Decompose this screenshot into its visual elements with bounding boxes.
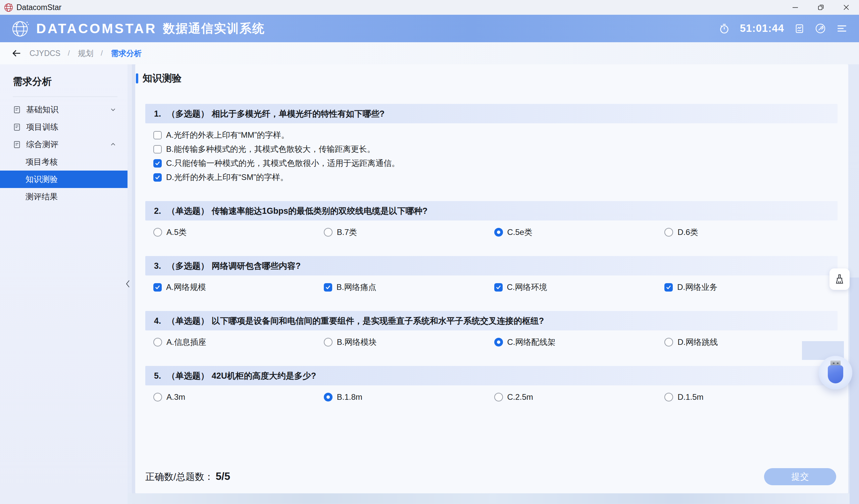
question-block: 1.（多选题）相比于多模光纤，单模光纤的特性有如下哪些?A.光纤的外表上印有“M… — [135, 104, 848, 184]
question-type: （单选题） — [167, 315, 209, 326]
submit-button[interactable]: 提交 — [764, 468, 836, 485]
question-num: 2. — [154, 206, 161, 216]
radio-unselected-icon[interactable] — [664, 338, 673, 347]
sidebar-subitem-knowledge-test[interactable]: 知识测验 — [0, 171, 127, 188]
app-globe-icon — [3, 2, 14, 13]
quiz-footer: 正确数/总题数： 5/5 提交 — [145, 468, 836, 485]
menu-list-icon[interactable] — [836, 23, 848, 34]
sidebar-collapse-handle[interactable] — [123, 278, 132, 289]
sidebar-item-basic-knowledge[interactable]: 基础知识 — [0, 101, 127, 118]
question-text: 传输速率能达1Gbps的最低类别的双绞线电缆是以下哪种? — [212, 205, 427, 217]
document-icon — [13, 140, 21, 149]
question-num: 4. — [154, 316, 161, 326]
close-button[interactable] — [833, 0, 859, 15]
option-label: D.网络业务 — [677, 282, 718, 293]
option-label: A.5类 — [166, 227, 186, 238]
option-group: A.3mB.1.8mC.2.5mD.1.5m — [135, 390, 848, 404]
divider — [13, 96, 118, 97]
option-label: C.网络配线架 — [507, 337, 556, 347]
checkbox-checked-icon[interactable] — [153, 173, 162, 182]
sidebar-item-label: 基础知识 — [26, 104, 58, 115]
radio-unselected-icon[interactable] — [664, 393, 673, 401]
checkbox-unchecked-icon[interactable] — [153, 145, 162, 154]
option-radio[interactable]: C.2.5m — [494, 392, 665, 402]
sidebar-subitem-assessment-result[interactable]: 测评结果 — [0, 188, 127, 205]
option-checkbox[interactable]: A.光纤的外表上印有“MM”的字样。 — [153, 128, 848, 142]
question-block: 4.（单选题）以下哪项是设备间和电信间的重要组件，是实现垂直子系统和水平子系统交… — [135, 311, 848, 349]
sidebar-title: 需求分析 — [13, 75, 127, 89]
question-header: 3.（多选题）网络调研包含哪些内容? — [145, 256, 838, 275]
score-value: 5/5 — [216, 471, 230, 483]
option-radio[interactable]: A.5类 — [153, 227, 324, 238]
titlebar: DatacomStar — [0, 0, 859, 15]
option-checkbox[interactable]: C.只能传输一种模式的光，其模式色散很小，适用于远距离通信。 — [153, 156, 848, 170]
option-checkbox[interactable]: A.网络规模 — [153, 282, 324, 293]
score-summary: 正确数/总题数： 5/5 — [145, 471, 230, 483]
option-checkbox[interactable]: B.能传输多种模式的光，其模式色散较大，传输距离更长。 — [153, 142, 848, 156]
option-label: D.网络跳线 — [677, 337, 718, 347]
option-checkbox[interactable]: B.网络痛点 — [324, 282, 494, 293]
option-label: D.6类 — [677, 227, 698, 238]
radio-unselected-icon[interactable] — [153, 228, 162, 237]
option-radio[interactable]: D.6类 — [664, 227, 835, 238]
back-arrow-icon[interactable] — [11, 48, 21, 58]
option-radio[interactable]: B.网络模块 — [324, 337, 494, 347]
radio-selected-icon[interactable] — [494, 338, 503, 347]
usb-device-badge[interactable] — [819, 356, 852, 389]
checkbox-checked-icon[interactable] — [153, 283, 162, 292]
option-checkbox[interactable]: C.网络环境 — [494, 282, 665, 293]
tools-icon[interactable] — [815, 23, 826, 34]
option-radio[interactable]: A.3m — [153, 392, 324, 402]
radio-unselected-icon[interactable] — [664, 228, 673, 237]
breadcrumb-item[interactable]: CJYDCS — [30, 49, 60, 58]
question-block: 2.（单选题）传输速率能达1Gbps的最低类别的双绞线电缆是以下哪种?A.5类B… — [135, 201, 848, 239]
checkbox-checked-icon[interactable] — [153, 159, 162, 168]
option-radio[interactable]: C.5e类 — [494, 227, 665, 238]
breadcrumb-item[interactable]: 规划 — [78, 48, 93, 59]
restore-button[interactable] — [808, 0, 833, 15]
option-label: C.只能传输一种模式的光，其模式色散很小，适用于远距离通信。 — [166, 158, 400, 169]
option-radio[interactable]: A.信息插座 — [153, 337, 324, 347]
sidebar-item-comprehensive-assessment[interactable]: 综合测评 — [0, 136, 127, 153]
brush-icon — [834, 274, 845, 284]
option-label: B.7类 — [337, 227, 357, 238]
question-block: 3.（多选题）网络调研包含哪些内容?A.网络规模B.网络痛点C.网络环境D.网络… — [135, 256, 848, 294]
report-icon[interactable] — [794, 23, 805, 34]
option-checkbox[interactable]: D.网络业务 — [664, 282, 835, 293]
checkbox-unchecked-icon[interactable] — [153, 131, 162, 139]
title-accent-bar — [136, 74, 138, 83]
option-radio[interactable]: C.网络配线架 — [494, 337, 665, 347]
option-checkbox[interactable]: D.光纤的外表上印有“SM”的字样。 — [153, 170, 848, 184]
checkbox-checked-icon[interactable] — [494, 283, 503, 292]
radio-selected-icon[interactable] — [324, 393, 333, 401]
breadcrumb-item-current: 需求分析 — [111, 48, 141, 59]
radio-unselected-icon[interactable] — [494, 393, 503, 401]
clear-brush-button[interactable] — [829, 268, 849, 290]
checkbox-checked-icon[interactable] — [664, 283, 673, 292]
sidebar-item-label: 综合测评 — [26, 139, 58, 150]
option-radio[interactable]: B.1.8m — [324, 392, 494, 402]
sidebar: 需求分析 基础知识 项目训练 — [0, 64, 127, 504]
question-type: （单选题） — [167, 370, 209, 381]
app-window: DatacomStar — [0, 0, 859, 504]
question-num: 5. — [154, 371, 161, 381]
score-label: 正确数/总题数： — [145, 471, 214, 483]
question-type: （多选题） — [167, 108, 209, 119]
option-radio[interactable]: B.7类 — [324, 227, 494, 238]
document-icon — [13, 106, 21, 114]
radio-unselected-icon[interactable] — [153, 338, 162, 347]
sidebar-item-project-training[interactable]: 项目训练 — [0, 118, 127, 136]
radio-unselected-icon[interactable] — [324, 338, 333, 347]
option-label: C.5e类 — [507, 227, 532, 238]
breadcrumb-separator: / — [101, 49, 103, 58]
radio-unselected-icon[interactable] — [324, 228, 333, 237]
stopwatch-icon — [719, 23, 730, 34]
checkbox-checked-icon[interactable] — [324, 283, 332, 292]
question-list: 1.（多选题）相比于多模光纤，单模光纤的特性有如下哪些?A.光纤的外表上印有“M… — [135, 104, 848, 404]
option-radio[interactable]: D.1.5m — [664, 392, 835, 402]
radio-selected-icon[interactable] — [494, 228, 503, 237]
radio-unselected-icon[interactable] — [153, 393, 162, 401]
brand-name-en: DATACOMSTAR — [36, 21, 157, 36]
minimize-button[interactable] — [783, 0, 808, 15]
sidebar-subitem-project-exam[interactable]: 项目考核 — [0, 153, 127, 171]
